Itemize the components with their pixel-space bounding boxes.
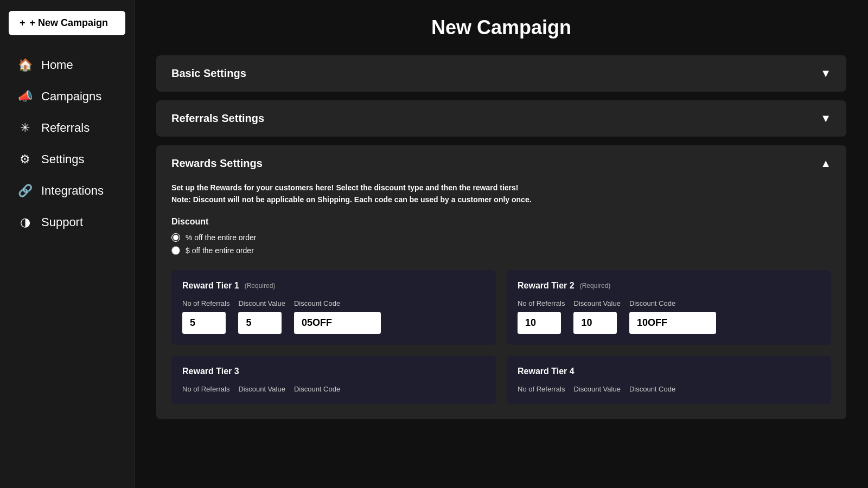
basic-settings-label: Basic Settings: [171, 67, 246, 80]
tier-1-discount-value-group: Discount Value: [238, 299, 285, 334]
main-content: New Campaign Basic Settings ▼ Referrals …: [135, 0, 868, 488]
sidebar-item-home[interactable]: 🏠 Home: [9, 52, 125, 79]
sidebar-item-settings[interactable]: ⚙ Settings: [9, 146, 125, 173]
campaigns-icon: 📣: [17, 89, 33, 104]
tier-3-header: Reward Tier 3: [182, 367, 485, 376]
reward-tier-3-card: Reward Tier 3 No of Referrals Discount V…: [171, 356, 496, 404]
tier-1-required: (Required): [245, 282, 276, 290]
discount-percent-radio[interactable]: [171, 233, 180, 242]
rewards-settings-chevron-icon: ▲: [820, 157, 831, 170]
reward-tier-2-card: Reward Tier 2 (Required) No of Referrals…: [507, 270, 831, 345]
sidebar-item-support-label: Support: [41, 215, 83, 229]
sidebar-item-referrals[interactable]: ✳ Referrals: [9, 114, 125, 142]
tier-1-referrals-label: No of Referrals: [182, 299, 229, 307]
referrals-settings-header[interactable]: Referrals Settings ▼: [156, 100, 846, 137]
tiers-grid: Reward Tier 1 (Required) No of Referrals…: [171, 270, 831, 404]
tier-2-discount-value-group: Discount Value: [573, 299, 620, 334]
tier-2-fields: No of Referrals Discount Value Discount …: [518, 299, 820, 334]
tier-2-title: Reward Tier 2: [518, 281, 575, 291]
plus-icon: +: [20, 17, 25, 29]
tier-1-title: Reward Tier 1: [182, 281, 239, 291]
tier-3-referrals-group: No of Referrals: [182, 385, 229, 393]
tier-4-fields: No of Referrals Discount Value Discount …: [518, 385, 820, 393]
new-campaign-button[interactable]: + + New Campaign: [9, 11, 125, 35]
sidebar-item-home-label: Home: [41, 58, 73, 72]
tier-1-discount-code-label: Discount Code: [294, 299, 381, 307]
new-campaign-label: + New Campaign: [30, 17, 108, 29]
tier-3-title: Reward Tier 3: [182, 367, 239, 376]
sidebar-item-support[interactable]: ◑ Support: [9, 209, 125, 236]
integrations-icon: 🔗: [17, 184, 33, 198]
tier-1-discount-code-group: Discount Code: [294, 299, 381, 334]
nav-list: 🏠 Home 📣 Campaigns ✳ Referrals ⚙ Setting…: [9, 52, 125, 236]
discount-dollar-radio[interactable]: [171, 246, 180, 255]
tier-1-header: Reward Tier 1 (Required): [182, 281, 485, 291]
referrals-settings-label: Referrals Settings: [171, 112, 264, 125]
sidebar-item-settings-label: Settings: [41, 152, 85, 166]
tier-1-referrals-group: No of Referrals: [182, 299, 229, 334]
tier-2-referrals-label: No of Referrals: [518, 299, 565, 307]
tier-2-discount-code-input[interactable]: [629, 312, 716, 334]
rewards-settings-section: Rewards Settings ▲ Set up the Rewards fo…: [156, 145, 846, 419]
basic-settings-header[interactable]: Basic Settings ▼: [156, 55, 846, 92]
rewards-settings-header[interactable]: Rewards Settings ▲: [156, 145, 846, 182]
referrals-settings-chevron-icon: ▼: [820, 112, 831, 125]
sidebar-item-integrations[interactable]: 🔗 Integrations: [9, 177, 125, 204]
discount-dollar-option[interactable]: $ off the entire order: [171, 246, 831, 255]
tier-4-title: Reward Tier 4: [518, 367, 575, 376]
basic-settings-chevron-icon: ▼: [820, 67, 831, 80]
settings-icon: ⚙: [17, 152, 33, 166]
rewards-settings-label: Rewards Settings: [171, 157, 263, 170]
tier-2-header: Reward Tier 2 (Required): [518, 281, 820, 291]
tier-1-referrals-input[interactable]: [182, 312, 226, 334]
discount-label: Discount: [171, 217, 831, 227]
tier-1-discount-code-input[interactable]: [294, 312, 381, 334]
tier-2-referrals-input[interactable]: [518, 312, 561, 334]
basic-settings-section: Basic Settings ▼: [156, 55, 846, 92]
tier-2-discount-value-input[interactable]: [573, 312, 617, 334]
tier-2-required: (Required): [580, 282, 611, 290]
tier-3-fields: No of Referrals Discount Value Discount …: [182, 385, 485, 393]
reward-tier-1-card: Reward Tier 1 (Required) No of Referrals…: [171, 270, 496, 345]
discount-dollar-label: $ off the entire order: [186, 246, 254, 255]
tier-1-discount-value-label: Discount Value: [238, 299, 285, 307]
sidebar-item-campaigns-label: Campaigns: [41, 89, 101, 104]
tier-4-header: Reward Tier 4: [518, 367, 820, 376]
sidebar: + + New Campaign 🏠 Home 📣 Campaigns ✳ Re…: [0, 0, 135, 488]
tier-1-discount-value-input[interactable]: [238, 312, 282, 334]
page-title: New Campaign: [156, 16, 846, 39]
tier-4-discount-value-label: Discount Value: [573, 385, 620, 393]
tier-3-discount-code-group: Discount Code: [294, 385, 340, 393]
tier-2-discount-code-label: Discount Code: [629, 299, 716, 307]
referrals-settings-section: Referrals Settings ▼: [156, 100, 846, 137]
tier-3-discount-value-label: Discount Value: [238, 385, 285, 393]
sidebar-item-campaigns[interactable]: 📣 Campaigns: [9, 83, 125, 110]
tier-4-discount-code-label: Discount Code: [629, 385, 675, 393]
support-icon: ◑: [17, 215, 33, 229]
tier-4-discount-code-group: Discount Code: [629, 385, 675, 393]
sidebar-item-integrations-label: Integrations: [41, 184, 104, 198]
tier-4-discount-value-group: Discount Value: [573, 385, 620, 393]
reward-tier-4-card: Reward Tier 4 No of Referrals Discount V…: [507, 356, 831, 404]
rewards-body: Set up the Rewards for your customers he…: [156, 182, 846, 419]
note-label: Note:: [171, 195, 191, 204]
referrals-icon: ✳: [17, 121, 33, 135]
tier-2-referrals-group: No of Referrals: [518, 299, 565, 334]
discount-percent-option[interactable]: % off the entire order: [171, 233, 831, 242]
rewards-description: Set up the Rewards for your customers he…: [171, 182, 831, 206]
tier-4-referrals-group: No of Referrals: [518, 385, 565, 393]
tier-3-discount-code-label: Discount Code: [294, 385, 340, 393]
sidebar-item-referrals-label: Referrals: [41, 121, 90, 135]
home-icon: 🏠: [17, 58, 33, 72]
tier-2-discount-value-label: Discount Value: [573, 299, 620, 307]
tier-2-discount-code-group: Discount Code: [629, 299, 716, 334]
tier-1-fields: No of Referrals Discount Value Discount …: [182, 299, 485, 334]
tier-4-referrals-label: No of Referrals: [518, 385, 565, 393]
tier-3-discount-value-group: Discount Value: [238, 385, 285, 393]
discount-percent-label: % off the entire order: [186, 233, 256, 242]
discount-radio-group: % off the entire order $ off the entire …: [171, 233, 831, 255]
tier-3-referrals-label: No of Referrals: [182, 385, 229, 393]
